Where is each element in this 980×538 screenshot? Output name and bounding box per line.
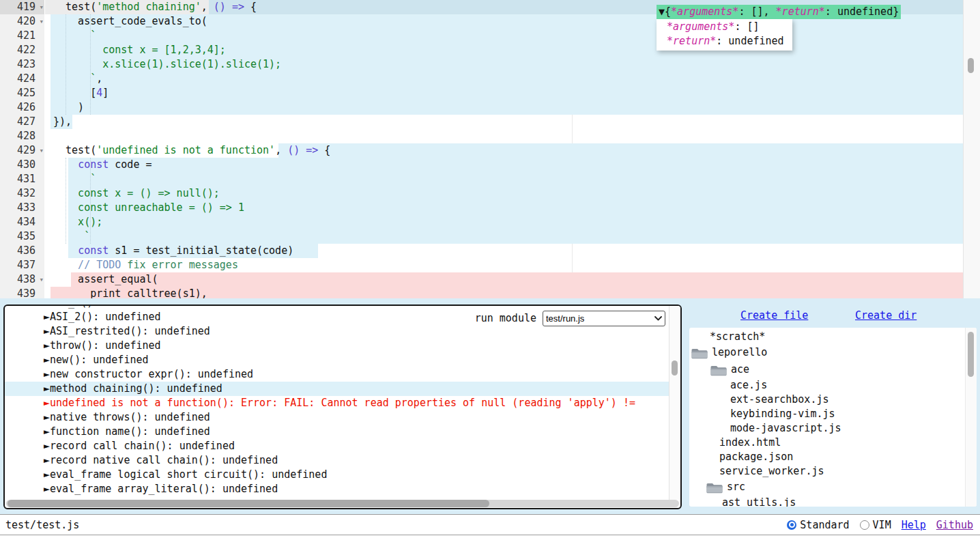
line-number: 434 <box>17 216 35 228</box>
code-line[interactable]: assert_equal( <box>44 272 964 287</box>
result-item[interactable]: ►ASI_restrited(): undefined <box>5 324 669 339</box>
line-number: 423 <box>17 58 35 70</box>
editor-scrollbar[interactable] <box>963 0 980 298</box>
code-line[interactable]: test('undefined is not a function', () =… <box>44 143 964 158</box>
gutter-line[interactable]: 429▾ <box>0 143 44 158</box>
tree-item-folder[interactable]: ace <box>689 361 977 378</box>
scrollbar-thumb[interactable] <box>968 58 974 73</box>
tree-item-file[interactable]: ace.js <box>689 378 977 393</box>
code-token: 'method chaining' <box>96 1 201 13</box>
result-item[interactable]: ►record call chain(): undefined <box>5 439 669 453</box>
fold-arrow-icon[interactable]: ▾ <box>39 14 44 29</box>
code-token: const <box>78 158 109 171</box>
gutter-line: 439 <box>0 287 44 298</box>
tree-item-file[interactable]: ast_utils.js <box>689 496 977 507</box>
scrollbar-thumb[interactable] <box>8 500 489 507</box>
value-tooltip-header[interactable]: ▼{*arguments*: [], *return*: undefined} <box>657 5 901 19</box>
code-token: , <box>201 1 214 13</box>
code-line[interactable]: x(); <box>44 215 964 229</box>
run-module-select[interactable]: test/run.js <box>543 311 665 326</box>
gutter-line[interactable]: 438▾ <box>0 272 44 287</box>
radio-vim[interactable] <box>860 520 869 530</box>
code-line[interactable]: ` <box>44 172 964 186</box>
fold-arrow-icon[interactable]: ▾ <box>39 0 44 14</box>
tree-item-file[interactable]: ext-searchbox.js <box>689 393 977 407</box>
tree-item-file[interactable]: package.json <box>689 450 977 464</box>
create-dir-link[interactable]: Create dir <box>855 309 917 323</box>
code-token: }), <box>53 115 72 128</box>
code-line[interactable]: x.slice(1).slice(1).slice(1); <box>44 57 964 72</box>
github-link[interactable]: Github <box>936 519 973 531</box>
result-item[interactable]: ►ASI_1(): undefined <box>5 305 669 310</box>
result-item[interactable]: ►throw(): undefined <box>5 339 669 353</box>
result-item[interactable]: ►native throws(): undefined <box>5 410 669 425</box>
code-token: [ <box>53 87 96 99</box>
tree-item-folder[interactable]: src <box>689 479 977 496</box>
gutter-line: 423 <box>0 57 44 72</box>
code-line[interactable]: const unreachable = () => 1 <box>44 201 964 215</box>
code-line[interactable]: }), <box>44 115 964 129</box>
tree-item-file[interactable]: keybinding-vim.js <box>689 407 977 421</box>
gutter-line[interactable]: 420▾ <box>0 14 44 29</box>
line-number: 438 <box>17 273 35 285</box>
result-item[interactable]: ►new(): undefined <box>5 353 669 367</box>
help-link[interactable]: Help <box>902 519 926 531</box>
result-item[interactable]: ►function name(): undefined <box>5 425 669 439</box>
fold-arrow-icon[interactable]: ▾ <box>39 272 44 287</box>
gutter-line: 422 <box>0 43 44 57</box>
code-token: ` <box>53 230 90 242</box>
tree-vertical-scrollbar[interactable] <box>965 328 977 507</box>
scrollbar-thumb[interactable] <box>968 332 974 377</box>
gutter-line: 435 <box>0 229 44 244</box>
test-results-panel: ►ASI_1(): undefined►ASI_2(): undefined►A… <box>3 305 682 509</box>
gutter-line: 436 <box>0 244 44 258</box>
tree-item-file[interactable]: mode-javascript.js <box>689 421 977 436</box>
gutter-line[interactable]: 419▾ <box>0 0 44 14</box>
fold-arrow-icon[interactable]: ▾ <box>39 143 44 158</box>
code-token: ` <box>53 29 96 42</box>
result-item[interactable]: ►new constructor expr(): undefined <box>5 367 669 382</box>
code-line[interactable]: const code = <box>44 158 964 172</box>
results-vertical-scrollbar[interactable] <box>669 306 680 500</box>
tree-item-file[interactable]: index.html <box>689 436 977 450</box>
tree-item-label: *scratch* <box>710 330 765 344</box>
tooltip-entry[interactable]: *return*: undefined <box>661 34 784 48</box>
tree-item-label: ace.js <box>730 378 767 393</box>
code-line[interactable]: ) <box>44 100 964 115</box>
result-item[interactable]: ►eval_frame logical short circuit(): und… <box>5 468 669 482</box>
code-line[interactable]: // TODO fix error messages <box>44 258 964 272</box>
results-horizontal-scrollbar[interactable] <box>6 500 679 507</box>
code-line[interactable] <box>44 129 964 143</box>
file-browser-panel: Create file Create dir *scratch*leporell… <box>689 303 977 507</box>
result-item[interactable]: ►method chaining(): undefined <box>5 382 669 396</box>
radio-standard[interactable] <box>787 520 796 530</box>
code-line[interactable]: const x = () => null(); <box>44 186 964 201</box>
code-line[interactable]: [4] <box>44 86 964 100</box>
keybinding-vim-option[interactable]: VIM <box>860 519 891 531</box>
code-line[interactable]: ` <box>44 229 964 244</box>
gutter-line: 430 <box>0 158 44 172</box>
keybinding-standard-option[interactable]: Standard <box>787 519 849 531</box>
result-item[interactable]: ►record native call chain(): undefined <box>5 453 669 468</box>
code-line[interactable]: print_calltree(s1), <box>44 287 964 298</box>
code-editor[interactable]: 419▾420▾421422423424425426427428429▾4304… <box>0 0 980 298</box>
line-number: 419 <box>17 1 35 13</box>
value-tooltip-body: *arguments*: [] *return*: undefined <box>657 19 792 51</box>
test-results-list: ►ASI_1(): undefined►ASI_2(): undefined►A… <box>5 305 669 496</box>
code-token: *return* <box>667 35 716 47</box>
tree-item-file[interactable]: *scratch* <box>689 330 977 344</box>
result-item[interactable]: ►eval_frame array_literal(): undefined <box>5 482 669 496</box>
code-line[interactable]: `, <box>44 72 964 86</box>
tooltip-entry[interactable]: *arguments*: [] <box>661 20 784 34</box>
result-item[interactable]: ►undefined is not a function(): Error: F… <box>5 396 669 410</box>
create-file-link[interactable]: Create file <box>740 309 808 323</box>
radio-vim-label: VIM <box>873 519 891 531</box>
line-number: 429 <box>17 144 35 156</box>
code-token: ` <box>53 72 96 85</box>
code-token: print_calltree(s1), <box>53 287 207 298</box>
code-line[interactable]: const s1 = test_initial_state(code) <box>44 244 964 258</box>
tree-item-file[interactable]: service_worker.js <box>689 464 977 479</box>
scrollbar-thumb[interactable] <box>672 360 678 376</box>
line-number: 430 <box>17 158 35 171</box>
tree-item-folder[interactable]: leporello <box>689 344 977 361</box>
